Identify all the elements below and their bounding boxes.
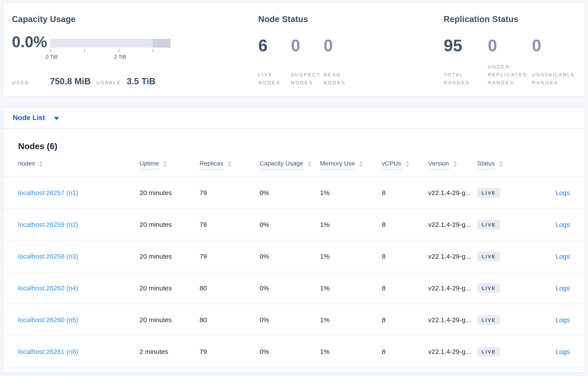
node-status-section: Node Status 6 0 0 LIVE NODES SUSPECT NOD… xyxy=(258,14,430,86)
capacity-cell: 0% xyxy=(260,348,320,355)
suspect-nodes-count: 0 xyxy=(291,36,300,55)
table-header-row: nodes Uptime Replicas Capacity Usage Mem… xyxy=(3,159,585,177)
capacity-cell: 0% xyxy=(260,316,320,324)
node-link[interactable]: localhost:26258 (n3) xyxy=(18,252,78,260)
usable-label: USABLE xyxy=(96,80,121,85)
axis-tick xyxy=(50,49,51,52)
sort-arrows-icon xyxy=(359,161,363,167)
status-badge: LIVE xyxy=(477,188,500,198)
vcpus-cell: 8 xyxy=(382,316,428,324)
replicas-cell: 80 xyxy=(200,284,260,292)
replicas-cell: 79 xyxy=(200,252,260,260)
capacity-usage-section: Capacity Usage 0.0% 0 TiB 2 TiB USED 750… xyxy=(12,14,246,86)
uptime-cell: 20 minutes xyxy=(139,221,200,228)
logs-link[interactable]: Logs xyxy=(556,221,570,228)
sort-arrows-icon xyxy=(308,161,311,167)
total-ranges-count: 95 xyxy=(444,36,462,55)
view-selector-bar: Node List xyxy=(3,107,585,129)
nodes-table-card: Nodes (6) nodes Uptime Replicas Capacity… xyxy=(3,128,585,373)
memory-cell: 1% xyxy=(320,284,382,292)
replicas-cell: 78 xyxy=(200,221,260,228)
replication-status-title: Replication Status xyxy=(444,14,588,25)
vcpus-cell: 8 xyxy=(382,284,428,292)
uptime-cell: 2 minutes xyxy=(139,348,200,355)
column-header-replicas[interactable]: Replicas xyxy=(200,159,260,169)
logs-link[interactable]: Logs xyxy=(556,316,570,324)
status-badge: LIVE xyxy=(477,219,500,229)
version-cell: v22.1.4-29-g... xyxy=(428,348,477,355)
sort-arrows-icon xyxy=(39,161,43,167)
unavailable-ranges-label: UNAVAILABLE RANGES xyxy=(532,71,576,86)
column-header-vcpus[interactable]: vCPUs xyxy=(382,159,428,169)
vcpus-cell: 8 xyxy=(382,221,428,228)
node-link[interactable]: localhost:26260 (n5) xyxy=(18,316,78,324)
cluster-summary-card: Capacity Usage 0.0% 0 TiB 2 TiB USED 750… xyxy=(3,2,585,97)
usable-value: 3.5 TiB xyxy=(127,76,155,86)
capacity-bar-dark-segment xyxy=(153,39,170,48)
cluster-overview-page: Capacity Usage 0.0% 0 TiB 2 TiB USED 750… xyxy=(0,0,588,376)
replicas-cell: 79 xyxy=(200,189,260,196)
table-row: localhost:26261 (n6) 2 minutes 79 0% 1% … xyxy=(3,336,585,368)
node-link[interactable]: localhost:26259 (n2) xyxy=(18,221,78,228)
axis-tick-label: 2 TiB xyxy=(114,54,126,60)
dead-nodes-label: DEAD NODES xyxy=(324,71,356,86)
memory-cell: 1% xyxy=(320,348,382,355)
view-selector-dropdown[interactable]: Node List xyxy=(13,114,59,122)
under-replicated-ranges-count: 0 xyxy=(488,36,497,55)
dead-nodes-count: 0 xyxy=(324,36,333,55)
replicas-cell: 79 xyxy=(200,348,260,355)
sort-arrows-icon xyxy=(164,161,167,167)
uptime-cell: 20 minutes xyxy=(139,284,200,292)
table-row: localhost:26262 (n4) 20 minutes 80 0% 1%… xyxy=(3,272,585,304)
used-value: 750.8 MiB xyxy=(50,76,91,86)
column-header-version[interactable]: Version xyxy=(428,159,477,169)
version-cell: v22.1.4-29-g... xyxy=(428,284,477,292)
column-header-status[interactable]: Status xyxy=(477,159,530,169)
sort-arrows-icon xyxy=(405,161,409,167)
view-selector-label: Node List xyxy=(13,114,45,122)
column-header-memory-use[interactable]: Memory Use xyxy=(320,159,382,169)
replicas-cell: 80 xyxy=(200,316,260,324)
live-nodes-label: LIVE NODES xyxy=(258,71,291,86)
capacity-usage-title: Capacity Usage xyxy=(12,14,246,25)
column-header-uptime[interactable]: Uptime xyxy=(139,159,200,169)
table-row: localhost:26258 (n3) 20 minutes 79 0% 1%… xyxy=(3,240,585,272)
uptime-cell: 20 minutes xyxy=(139,316,200,324)
caret-down-icon xyxy=(54,117,59,120)
logs-link[interactable]: Logs xyxy=(556,252,570,260)
vcpus-cell: 8 xyxy=(382,189,428,196)
unavailable-ranges-count: 0 xyxy=(532,36,541,55)
under-replicated-ranges-label: UNDER-REPLICATED RANGES xyxy=(488,63,532,86)
uptime-cell: 20 minutes xyxy=(139,252,200,260)
capacity-cell: 0% xyxy=(260,221,320,228)
axis-tick xyxy=(119,49,119,52)
suspect-nodes-label: SUSPECT NODES xyxy=(291,71,324,86)
axis-tick-label: 0 TiB xyxy=(46,54,58,60)
memory-cell: 1% xyxy=(320,189,382,196)
replication-status-section: Replication Status 95 0 0 TOTAL RANGES U… xyxy=(444,14,588,86)
logs-link[interactable]: Logs xyxy=(556,189,570,196)
node-status-title: Node Status xyxy=(258,14,430,25)
table-row: localhost:26260 (n5) 20 minutes 80 0% 1%… xyxy=(3,304,585,336)
status-badge: LIVE xyxy=(477,347,500,356)
node-link[interactable]: localhost:26257 (n1) xyxy=(18,189,78,196)
logs-link[interactable]: Logs xyxy=(556,348,570,355)
table-row: localhost:26257 (n1) 20 minutes 79 0% 1%… xyxy=(3,177,585,209)
column-header-nodes[interactable]: nodes xyxy=(18,159,139,169)
capacity-cell: 0% xyxy=(260,252,320,260)
column-header-capacity-usage[interactable]: Capacity Usage xyxy=(260,159,320,169)
version-cell: v22.1.4-29-g... xyxy=(428,252,477,260)
status-badge: LIVE xyxy=(477,315,500,324)
node-link[interactable]: localhost:26262 (n4) xyxy=(18,284,78,292)
live-nodes-count: 6 xyxy=(258,36,268,55)
axis-tick xyxy=(84,49,85,52)
memory-cell: 1% xyxy=(320,221,382,228)
logs-link[interactable]: Logs xyxy=(556,284,570,292)
used-label: USED xyxy=(12,80,29,85)
version-cell: v22.1.4-29-g... xyxy=(428,221,477,228)
capacity-usage-bar xyxy=(50,39,170,48)
node-link[interactable]: localhost:26261 (n6) xyxy=(18,348,78,355)
capacity-cell: 0% xyxy=(260,284,320,292)
status-badge: LIVE xyxy=(477,251,500,261)
sort-arrows-icon xyxy=(499,161,503,167)
